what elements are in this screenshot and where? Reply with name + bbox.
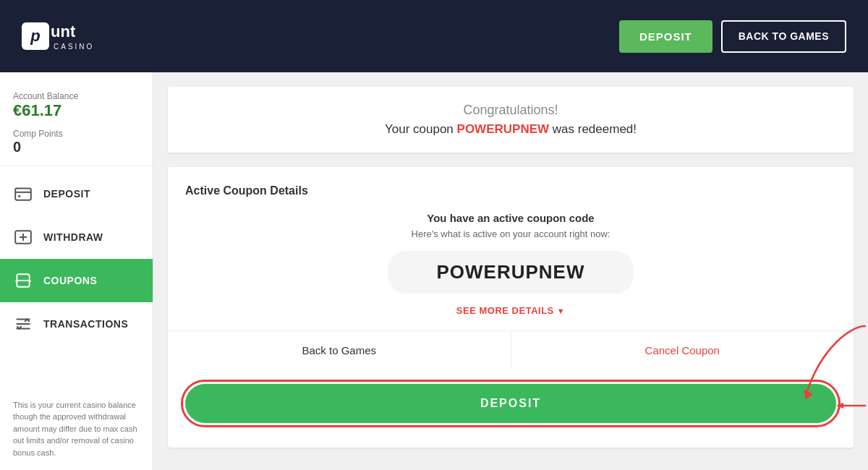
see-more-details-button[interactable]: SEE MORE DETAILS ▼ — [185, 305, 836, 316]
svg-marker-5 — [836, 403, 843, 409]
logo-icon: p — [22, 22, 49, 50]
svg-rect-0 — [15, 188, 31, 200]
congrats-subtitle: Your coupon POWERUPNEW was redeemed! — [184, 122, 838, 137]
svg-point-1 — [18, 195, 20, 197]
coupons-icon — [13, 270, 33, 291]
congrats-post: was redeemed! — [549, 122, 637, 136]
sidebar-item-coupons[interactable]: COUPONS — [0, 259, 153, 302]
congrats-banner: Congratulations! Your coupon POWERUPNEW … — [168, 87, 854, 153]
comp-label: Comp Points — [13, 129, 140, 139]
header-buttons: DEPOSIT BACK TO GAMES — [619, 20, 846, 53]
main-content: Congratulations! Your coupon POWERUPNEW … — [153, 72, 868, 470]
section-title: Active Coupon Details — [185, 184, 836, 197]
balance-label: Account Balance — [13, 91, 140, 101]
logo-casino: CASINO — [54, 43, 94, 51]
main-layout: Account Balance €61.17 Comp Points 0 DEP… — [0, 72, 868, 470]
back-to-games-header-button[interactable]: BACK TO GAMES — [721, 20, 846, 53]
deposit-icon — [13, 184, 33, 204]
congrats-pre: Your coupon — [385, 122, 457, 136]
coupon-active-heading: You have an active coupon code — [185, 212, 836, 224]
coupon-code-display: POWERUPNEW — [388, 251, 634, 294]
deposit-btn-container: DEPOSIT — [185, 369, 836, 430]
cancel-coupon-button[interactable]: Cancel Coupon — [511, 331, 854, 369]
sidebar-item-transactions-label: TRANSACTIONS — [43, 318, 128, 330]
comp-points: Comp Points 0 — [0, 124, 153, 166]
sidebar-nav: DEPOSIT WITHDRAW — [0, 172, 153, 346]
sidebar-footer: This is your current casino balance thou… — [0, 388, 153, 471]
sidebar-item-deposit-label: DEPOSIT — [43, 188, 90, 200]
header: p unt CASINO DEPOSIT BACK TO GAMES — [0, 0, 868, 72]
sidebar-item-withdraw-label: WITHDRAW — [43, 231, 103, 243]
sidebar-item-withdraw[interactable]: WITHDRAW — [0, 215, 153, 259]
coupon-section: Active Coupon Details You have an active… — [168, 167, 854, 448]
sidebar-divider — [0, 166, 153, 166]
logo-text: unt — [51, 22, 94, 41]
action-row: Back to Games Cancel Coupon — [168, 330, 854, 369]
comp-value: 0 — [13, 139, 140, 155]
withdraw-icon — [13, 227, 33, 247]
sidebar: Account Balance €61.17 Comp Points 0 DEP… — [0, 72, 153, 470]
deposit-header-button[interactable]: DEPOSIT — [619, 20, 712, 53]
balance-value: €61.17 — [13, 101, 140, 120]
sidebar-item-coupons-label: COUPONS — [43, 275, 97, 286]
back-to-games-button[interactable]: Back to Games — [168, 331, 511, 369]
congrats-title: Congratulations! — [184, 103, 838, 118]
sidebar-item-deposit[interactable]: DEPOSIT — [0, 172, 153, 215]
coupon-active-subtext: Here's what is active on your account ri… — [185, 228, 836, 239]
congrats-code: POWERUPNEW — [457, 122, 550, 136]
logo: p unt CASINO — [22, 22, 94, 51]
deposit-main-button[interactable]: DEPOSIT — [185, 384, 836, 423]
chevron-down-icon: ▼ — [557, 307, 565, 315]
sidebar-item-transactions[interactable]: TRANSACTIONS — [0, 302, 153, 346]
account-balance: Account Balance €61.17 — [0, 84, 153, 124]
transactions-icon — [13, 314, 33, 334]
